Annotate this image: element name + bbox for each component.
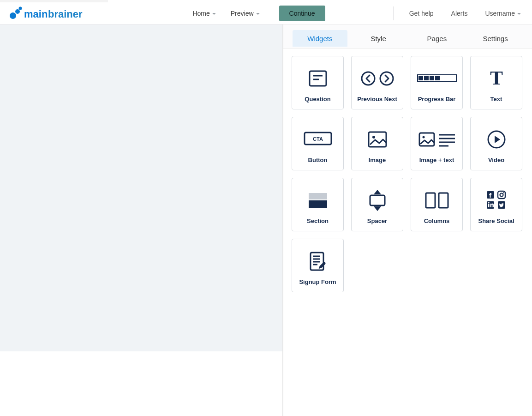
text-icon: T [472,61,520,96]
widget-section-label: Section [307,217,329,224]
nav-home-label: Home [192,10,209,17]
widget-share-social-label: Share Social [478,217,514,224]
section-icon [294,183,341,217]
continue-button[interactable]: Continue [279,6,325,21]
tab-widgets-label: Widgets [307,35,332,42]
svg-rect-20 [419,133,434,146]
svg-rect-31 [370,195,385,205]
brand-logo[interactable]: main brainer [0,2,97,24]
widget-image-label: Image [369,157,386,163]
nav-get-help[interactable]: Get help [407,7,436,20]
svg-rect-12 [424,76,429,80]
panel-tabs: Widgets Style Pages Settings [283,24,532,48]
widget-question-label: Question [305,96,330,102]
svg-point-2 [19,6,22,10]
svg-rect-28 [309,193,327,199]
image-text-icon [413,122,460,157]
widget-columns[interactable]: Columns [411,178,463,231]
svg-text:main: main [24,8,48,20]
widget-progress-bar-label: Progress Bar [418,96,456,102]
tab-style[interactable]: Style [351,30,406,47]
svg-rect-29 [309,200,327,208]
svg-point-41 [488,202,489,203]
nav-username-label: Username [485,10,515,17]
svg-rect-11 [418,76,423,80]
nav-right: Get help Alerts Username [393,2,523,24]
nav-username[interactable]: Username [483,7,523,20]
top-navbar: main brainer Home Preview Continue Get h… [0,2,532,24]
svg-text:T: T [490,68,502,89]
caret-down-icon [212,13,216,15]
svg-rect-40 [488,204,490,207]
editor-canvas[interactable] [0,24,283,351]
widget-progress-bar[interactable]: Progress Bar [411,56,463,109]
widget-columns-label: Columns [424,217,450,224]
columns-icon [413,183,460,217]
svg-point-1 [15,9,20,14]
nav-alerts-label: Alerts [451,10,468,17]
widget-share-social[interactable]: Share Social [470,178,522,231]
svg-text:brainer: brainer [48,8,83,20]
svg-point-9 [380,72,393,85]
svg-marker-30 [374,190,381,194]
widget-previous-next-label: Previous Next [357,96,397,102]
svg-point-8 [362,72,375,85]
nav-center: Home Preview Continue [191,2,325,24]
widget-text[interactable]: T Text [470,56,522,109]
nav-home[interactable]: Home [191,7,217,20]
widget-image-text-label: Image + text [419,157,454,163]
nav-alerts[interactable]: Alerts [449,7,470,20]
widget-image-text[interactable]: Image + text [411,117,463,170]
widget-image[interactable]: Image [351,117,403,170]
signup-form-icon [294,244,341,278]
svg-point-38 [503,192,504,193]
widget-spacer[interactable]: Spacer [351,178,403,231]
spacer-icon [353,183,401,217]
widget-button[interactable]: CTA Button [292,117,344,170]
svg-rect-13 [430,76,434,80]
widget-signup-form[interactable]: Signup Form [292,239,344,292]
widget-spacer-label: Spacer [367,217,387,224]
svg-point-19 [372,136,375,139]
svg-marker-27 [495,136,500,143]
progress-bar-icon [413,61,460,96]
canvas-column [0,24,283,416]
svg-point-21 [422,136,424,138]
main-area: Widgets Style Pages Settings Question [0,24,532,416]
tab-settings-label: Settings [483,35,508,42]
svg-point-0 [10,12,16,19]
widget-question[interactable]: Question [292,56,344,109]
widget-signup-form-label: Signup Form [299,278,336,285]
button-cta-icon: CTA [294,122,341,157]
tab-pages[interactable]: Pages [410,30,465,47]
svg-rect-34 [439,193,448,208]
widget-text-label: Text [490,96,502,102]
widget-previous-next[interactable]: Previous Next [351,56,403,109]
side-panel: Widgets Style Pages Settings Question [283,24,532,416]
previous-next-icon [353,61,401,96]
svg-rect-14 [435,76,440,80]
share-social-icon [472,183,520,217]
vertical-divider [393,6,394,20]
nav-get-help-label: Get help [409,10,434,17]
nav-preview-label: Preview [231,10,254,17]
image-icon [353,122,401,157]
tab-widgets[interactable]: Widgets [293,30,347,47]
tab-style-label: Style [371,35,386,42]
svg-rect-33 [426,193,435,208]
svg-point-37 [500,193,503,196]
video-play-icon [472,122,520,157]
nav-preview[interactable]: Preview [229,7,262,20]
caret-down-icon [517,13,521,15]
caret-down-icon [256,13,260,15]
tab-pages-label: Pages [427,35,447,42]
tab-settings[interactable]: Settings [468,30,523,47]
widget-video[interactable]: Video [470,117,522,170]
svg-rect-36 [498,191,505,199]
widget-section[interactable]: Section [292,178,344,231]
svg-rect-5 [310,71,326,86]
widget-button-label: Button [308,157,328,163]
question-icon [294,61,341,96]
widget-video-label: Video [488,157,504,163]
svg-text:CTA: CTA [313,136,323,142]
